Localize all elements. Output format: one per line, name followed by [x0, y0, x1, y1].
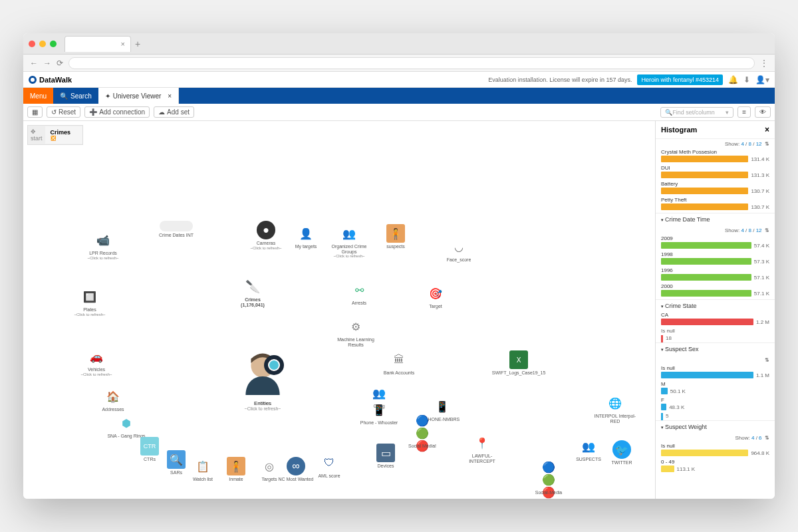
- graph-canvas[interactable]: ✥start Crimes🔀: [23, 121, 655, 499]
- add-connection-button[interactable]: ➕ Add connection: [84, 106, 150, 118]
- histogram-row[interactable]: F48.3 K: [656, 397, 775, 413]
- histogram-row[interactable]: 199657.1 K: [656, 267, 775, 283]
- node-target[interactable]: 🎯Target: [412, 284, 459, 309]
- histogram-row[interactable]: 0 - 49113.1 K: [656, 459, 775, 475]
- app-window: × + ← → ⟳ ⋮ DataWalk Evaluation installa…: [23, 33, 775, 499]
- show-selector[interactable]: ⇅: [656, 355, 775, 365]
- node-phone1[interactable]: 📱Phone - Whooster: [356, 400, 402, 426]
- menu-button[interactable]: Menu: [23, 88, 53, 104]
- node-plates[interactable]: 🔲Plates~Click to refresh~: [66, 287, 113, 317]
- node-ml[interactable]: ⚙Machine Learning Results: [332, 317, 379, 347]
- node-lawful[interactable]: 📍LAWFUL-INTERCEPT: [459, 434, 505, 464]
- search-button[interactable]: 🔍 Search: [53, 92, 98, 100]
- url-input[interactable]: [68, 57, 755, 69]
- notifications-icon[interactable]: 🔔: [728, 75, 738, 84]
- node-swift[interactable]: XSWIFT_Logs_Case19_15: [495, 350, 542, 376]
- section-suspect-weight[interactable]: Suspect Weight: [656, 420, 775, 433]
- breadcrumb[interactable]: ✥start Crimes🔀: [27, 125, 83, 145]
- node-aml[interactable]: 🛡AML score: [306, 454, 352, 479]
- show-selector[interactable]: Show: 4 / 8 / 12 ⇅: [656, 139, 775, 149]
- section-suspect-sex[interactable]: Suspect Sex: [656, 342, 775, 355]
- main-nav: Menu 🔍 Search ✦ Universe Viewer ×: [23, 88, 775, 104]
- license-text: Evaluation installation. License will ex…: [488, 76, 632, 83]
- window-controls[interactable]: [29, 41, 57, 47]
- node-lpr[interactable]: 📹LPR Records~Click to refresh~: [80, 231, 126, 260]
- close-panel-icon[interactable]: ×: [765, 125, 769, 134]
- brand-bar: DataWalk Evaluation installation. Licens…: [23, 72, 775, 88]
- view-button[interactable]: 👁: [755, 106, 771, 118]
- close-icon[interactable]: ×: [121, 40, 125, 48]
- node-suspects-top[interactable]: 🧍suspects: [372, 224, 419, 249]
- node-bank[interactable]: 🏛Bank Accounts: [376, 350, 422, 376]
- histogram-row[interactable]: Battery130.7 K: [656, 181, 775, 197]
- panel-header: Histogram ×: [656, 121, 775, 139]
- node-devices[interactable]: ▭Devices: [362, 444, 409, 469]
- histogram-row[interactable]: Crystal Meth Possesion131.4 K: [656, 149, 775, 165]
- node-addresses[interactable]: 🏠Addresses: [90, 387, 136, 412]
- node-interpol[interactable]: 🌐INTERPOL Interpol-RED: [592, 394, 638, 424]
- tool-button[interactable]: ▦: [27, 106, 43, 118]
- node-crime-dates[interactable]: Crime Dates INT: [153, 221, 200, 238]
- node-entities[interactable]: Entities ~Click to refresh~: [223, 347, 303, 411]
- user-icon[interactable]: 👤▾: [755, 75, 769, 84]
- histogram-row[interactable]: M50.1 K: [656, 381, 775, 397]
- layout-button[interactable]: ≡: [737, 106, 751, 118]
- download-icon[interactable]: ⬇: [743, 75, 750, 84]
- node-mytargets[interactable]: 👤My targets: [283, 224, 329, 249]
- show-selector[interactable]: Show: 4 / 6 ⇅: [656, 433, 775, 443]
- menu-icon[interactable]: ⋮: [760, 59, 768, 68]
- show-selector[interactable]: Show: 4 / 8 / 12 ⇅: [656, 225, 775, 235]
- tab-universe-viewer[interactable]: ✦ Universe Viewer ×: [98, 88, 179, 104]
- node-crimes[interactable]: 🔪 Crimes (1,176,041): [226, 277, 279, 307]
- browser-chrome: × +: [23, 33, 775, 55]
- forward-icon[interactable]: →: [43, 59, 51, 68]
- histogram-row[interactable]: 200057.1 K: [656, 283, 775, 299]
- eye-icon: [264, 355, 284, 375]
- node-face[interactable]: ◡Face_score: [436, 237, 482, 263]
- node-vehicles[interactable]: 🚗Vehicles~Click to refresh~: [73, 347, 120, 376]
- node-social2[interactable]: 🔵🟢🔴Social-Media: [525, 470, 572, 495]
- reload-icon[interactable]: ⟳: [57, 59, 63, 68]
- node-sna[interactable]: ⬢SNA - Gang Rings: [103, 414, 150, 439]
- url-bar-row: ← → ⟳ ⋮: [23, 55, 775, 72]
- new-tab-button[interactable]: +: [135, 39, 140, 49]
- histogram-row[interactable]: Petty Theft130.7 K: [656, 197, 775, 213]
- node-twitter[interactable]: 🐦TWITTER: [598, 440, 645, 466]
- back-icon[interactable]: ←: [30, 59, 38, 68]
- find-input[interactable]: 🔍 Find set/column▾: [660, 107, 733, 118]
- brand-logo: DataWalk: [29, 76, 72, 84]
- case-pill[interactable]: Heroin with fentanyl #453214: [637, 74, 723, 85]
- section-crime-date[interactable]: Crime Date Time: [656, 213, 775, 225]
- browser-tab[interactable]: ×: [65, 36, 131, 52]
- reset-button[interactable]: ↺ Reset: [47, 106, 80, 118]
- toolbar: ▦ ↺ Reset ➕ Add connection ☁ Add set 🔍 F…: [23, 104, 775, 121]
- histogram-row[interactable]: Is null964.8 K: [656, 443, 775, 459]
- add-set-button[interactable]: ☁ Add set: [154, 106, 194, 118]
- histogram-row[interactable]: 200957.4 K: [656, 235, 775, 251]
- histogram-panel: Histogram × Show: 4 / 8 / 12 ⇅ Crystal M…: [655, 121, 775, 499]
- section-crime-state[interactable]: Crime State: [656, 299, 775, 312]
- histogram-row[interactable]: 199857.3 K: [656, 251, 775, 267]
- histogram-row[interactable]: CA1.2 M: [656, 312, 775, 328]
- histogram-row[interactable]: Is null1.1 M: [656, 365, 775, 381]
- histogram-row[interactable]: DUI131.3 K: [656, 165, 775, 181]
- node-ocg[interactable]: 👥Organized Crime Groups~Click to refresh…: [326, 224, 372, 258]
- node-arrests[interactable]: ⚯Arrests: [336, 281, 382, 306]
